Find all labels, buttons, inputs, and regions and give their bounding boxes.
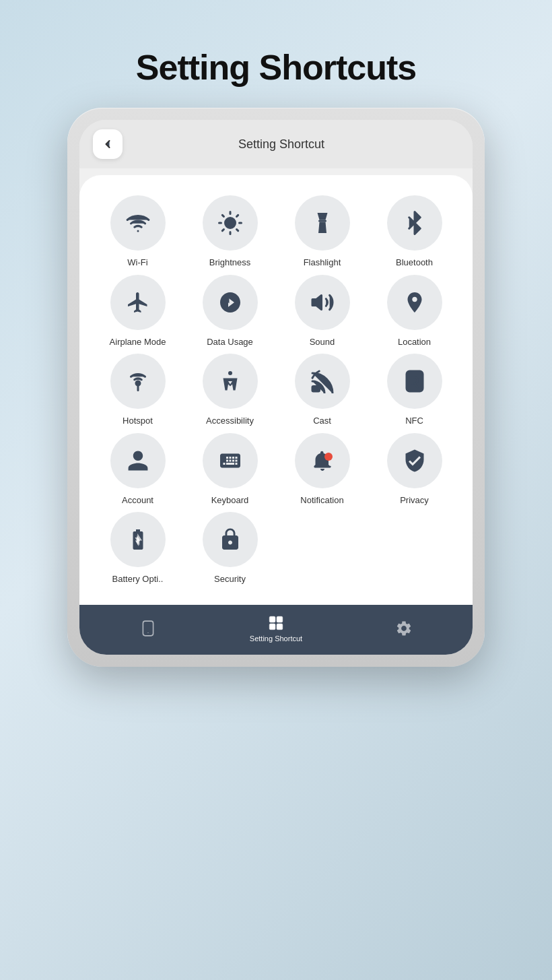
shortcut-item-bluetooth[interactable]: Bluetooth: [370, 195, 459, 268]
shortcut-item-accessibility[interactable]: Accessibility: [185, 354, 275, 426]
shortcut-item-wifi[interactable]: Wi-Fi: [93, 195, 182, 268]
bluetooth-label: Bluetooth: [396, 257, 433, 268]
security-icon-circle: [203, 512, 258, 567]
hotspot-icon-circle: [110, 354, 166, 409]
shortcut-item-airplane[interactable]: Airplane Mode: [93, 275, 182, 348]
svg-line-8: [222, 230, 223, 231]
svg-line-5: [236, 230, 238, 231]
svg-point-1: [225, 218, 235, 228]
data-usage-label: Data Usage: [207, 337, 253, 348]
phone-inner: Setting Shortcut Wi-Fi: [79, 120, 473, 655]
notification-label: Notification: [300, 495, 343, 506]
nav-item-phone[interactable]: [139, 620, 157, 637]
sound-label: Sound: [310, 337, 335, 348]
svg-rect-21: [143, 621, 153, 636]
security-label: Security: [214, 574, 246, 585]
hotspot-label: Hotspot: [123, 416, 153, 426]
data-usage-icon-circle: [203, 275, 258, 330]
shortcut-item-privacy[interactable]: Privacy: [370, 433, 459, 506]
privacy-icon-circle: [387, 433, 442, 488]
svg-point-20: [324, 453, 333, 461]
svg-line-9: [236, 215, 238, 216]
content-card: Wi-Fi Brightness: [79, 175, 473, 605]
nav-item-settings[interactable]: [395, 620, 413, 637]
svg-rect-25: [269, 624, 275, 630]
account-label: Account: [122, 495, 153, 506]
topbar: Setting Shortcut: [79, 120, 473, 168]
bluetooth-icon-circle: [387, 195, 442, 251]
brightness-icon-circle: [203, 195, 258, 251]
sound-icon-circle: [295, 275, 350, 330]
page-title: Setting Shortcuts: [0, 0, 552, 108]
shortcut-item-sound[interactable]: Sound: [277, 275, 367, 348]
accessibility-label: Accessibility: [206, 416, 254, 426]
airplane-icon-circle: [110, 275, 166, 330]
account-icon-circle: [110, 433, 166, 488]
shortcut-item-cast[interactable]: Cast: [277, 354, 367, 426]
shortcut-item-battery[interactable]: Battery Opti..: [93, 512, 182, 585]
phone-frame: Setting Shortcut Wi-Fi: [67, 108, 485, 667]
notification-icon-circle: [295, 433, 350, 488]
shortcut-item-keyboard[interactable]: Keyboard: [185, 433, 275, 506]
shortcut-item-location[interactable]: Location: [370, 275, 459, 348]
bottom-nav: Setting Shortcut: [79, 605, 473, 655]
privacy-label: Privacy: [400, 495, 429, 506]
topbar-title: Setting Shortcut: [133, 137, 429, 152]
nfc-label: NFC: [405, 416, 423, 426]
cast-label: Cast: [313, 416, 331, 426]
svg-point-15: [228, 371, 232, 375]
battery-icon-circle: [110, 512, 166, 567]
shortcut-item-data-usage[interactable]: Data Usage: [185, 275, 275, 348]
svg-rect-10: [318, 220, 326, 222]
shortcut-item-flashlight[interactable]: Flashlight: [277, 195, 367, 268]
battery-label: Battery Opti..: [112, 574, 164, 585]
shortcut-item-security[interactable]: Security: [185, 512, 275, 585]
svg-point-17: [314, 388, 316, 390]
cast-icon-circle: [295, 354, 350, 409]
accessibility-icon-circle: [203, 354, 258, 409]
flashlight-label: Flashlight: [304, 257, 341, 268]
back-button[interactable]: [93, 129, 123, 159]
keyboard-icon-circle: [203, 433, 258, 488]
nfc-icon-circle: [387, 354, 442, 409]
brightness-label: Brightness: [209, 257, 250, 268]
svg-line-4: [222, 215, 223, 216]
shortcut-item-hotspot[interactable]: Hotspot: [93, 354, 182, 426]
shortcut-item-brightness[interactable]: Brightness: [185, 195, 275, 268]
svg-rect-26: [277, 624, 283, 630]
shortcut-item-account[interactable]: Account: [93, 433, 182, 506]
wifi-icon-circle: [110, 195, 166, 251]
shortcuts-grid: Wi-Fi Brightness: [93, 195, 459, 585]
shortcut-item-notification[interactable]: Notification: [277, 433, 367, 506]
airplane-label: Airplane Mode: [110, 337, 166, 348]
shortcut-item-nfc[interactable]: NFC: [370, 354, 459, 426]
svg-rect-23: [269, 616, 275, 622]
flashlight-icon-circle: [295, 195, 350, 251]
location-label: Location: [398, 337, 431, 348]
svg-marker-12: [312, 295, 322, 309]
keyboard-label: Keyboard: [211, 495, 249, 506]
svg-rect-24: [277, 616, 283, 622]
nav-item-setting-shortcut[interactable]: Setting Shortcut: [250, 614, 302, 643]
wifi-label: Wi-Fi: [127, 257, 147, 268]
nav-setting-shortcut-label: Setting Shortcut: [250, 634, 302, 643]
location-icon-circle: [387, 275, 442, 330]
